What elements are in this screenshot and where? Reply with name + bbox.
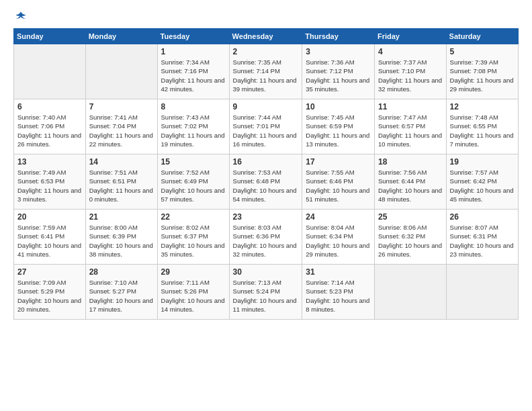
day-number: 15 <box>161 157 226 167</box>
calendar-cell: 5Sunrise: 7:39 AM Sunset: 7:08 PM Daylig… <box>446 44 518 99</box>
day-header-sunday: Sunday <box>14 29 86 44</box>
day-number: 24 <box>306 212 371 222</box>
day-number: 14 <box>89 157 154 167</box>
day-info: Sunrise: 7:59 AM Sunset: 6:41 PM Dayligh… <box>17 223 82 259</box>
day-info: Sunrise: 7:13 AM Sunset: 5:24 PM Dayligh… <box>233 278 299 314</box>
day-info: Sunrise: 7:39 AM Sunset: 7:08 PM Dayligh… <box>450 58 515 93</box>
day-info: Sunrise: 7:45 AM Sunset: 6:59 PM Dayligh… <box>306 113 371 148</box>
calendar-cell <box>446 265 518 320</box>
calendar-cell <box>85 44 157 99</box>
day-info: Sunrise: 7:14 AM Sunset: 5:23 PM Dayligh… <box>306 278 371 314</box>
day-header-monday: Monday <box>85 29 157 44</box>
day-number: 9 <box>233 102 299 111</box>
day-number: 16 <box>233 157 299 167</box>
day-number: 19 <box>450 157 515 167</box>
day-header-wednesday: Wednesday <box>229 29 302 44</box>
day-info: Sunrise: 7:47 AM Sunset: 6:57 PM Dayligh… <box>378 113 443 148</box>
calendar-cell: 3Sunrise: 7:36 AM Sunset: 7:12 PM Daylig… <box>302 44 375 99</box>
day-number: 11 <box>378 102 443 111</box>
day-number: 25 <box>378 212 443 222</box>
day-info: Sunrise: 7:44 AM Sunset: 7:01 PM Dayligh… <box>233 113 299 148</box>
calendar-cell: 13Sunrise: 7:49 AM Sunset: 6:53 PM Dayli… <box>14 154 86 210</box>
calendar-cell: 30Sunrise: 7:13 AM Sunset: 5:24 PM Dayli… <box>229 265 302 320</box>
day-info: Sunrise: 7:43 AM Sunset: 7:02 PM Dayligh… <box>161 113 226 148</box>
calendar-cell: 8Sunrise: 7:43 AM Sunset: 7:02 PM Daylig… <box>157 99 229 154</box>
calendar-cell: 29Sunrise: 7:11 AM Sunset: 5:26 PM Dayli… <box>157 265 229 320</box>
calendar-cell: 19Sunrise: 7:57 AM Sunset: 6:42 PM Dayli… <box>446 154 518 210</box>
calendar-cell: 6Sunrise: 7:40 AM Sunset: 7:06 PM Daylig… <box>14 99 86 154</box>
calendar-cell: 17Sunrise: 7:55 AM Sunset: 6:46 PM Dayli… <box>302 154 375 210</box>
day-info: Sunrise: 7:55 AM Sunset: 6:46 PM Dayligh… <box>306 168 371 203</box>
day-info: Sunrise: 7:49 AM Sunset: 6:53 PM Dayligh… <box>17 168 82 203</box>
day-number: 22 <box>161 212 226 222</box>
calendar-cell: 22Sunrise: 8:02 AM Sunset: 6:37 PM Dayli… <box>157 210 229 265</box>
day-info: Sunrise: 7:51 AM Sunset: 6:51 PM Dayligh… <box>89 168 154 203</box>
day-header-tuesday: Tuesday <box>157 29 229 44</box>
calendar-cell: 28Sunrise: 7:10 AM Sunset: 5:27 PM Dayli… <box>85 265 157 320</box>
day-info: Sunrise: 7:09 AM Sunset: 5:29 PM Dayligh… <box>17 278 82 314</box>
calendar-week-row: 20Sunrise: 7:59 AM Sunset: 6:41 PM Dayli… <box>14 210 519 265</box>
calendar-cell: 15Sunrise: 7:52 AM Sunset: 6:49 PM Dayli… <box>157 154 229 210</box>
day-number: 8 <box>161 102 226 111</box>
day-info: Sunrise: 8:03 AM Sunset: 6:36 PM Dayligh… <box>233 223 299 259</box>
calendar-cell: 7Sunrise: 7:41 AM Sunset: 7:04 PM Daylig… <box>85 99 157 154</box>
logo <box>13 11 27 23</box>
calendar-cell: 27Sunrise: 7:09 AM Sunset: 5:29 PM Dayli… <box>14 265 86 320</box>
day-info: Sunrise: 8:06 AM Sunset: 6:32 PM Dayligh… <box>378 223 443 259</box>
calendar-cell <box>374 265 446 320</box>
day-number: 5 <box>450 47 515 56</box>
day-number: 7 <box>89 102 154 111</box>
day-number: 17 <box>306 157 371 167</box>
day-info: Sunrise: 7:35 AM Sunset: 7:14 PM Dayligh… <box>233 58 299 93</box>
day-number: 31 <box>306 267 371 277</box>
calendar-cell: 9Sunrise: 7:44 AM Sunset: 7:01 PM Daylig… <box>229 99 302 154</box>
day-info: Sunrise: 7:48 AM Sunset: 6:55 PM Dayligh… <box>450 113 515 148</box>
calendar-cell: 1Sunrise: 7:34 AM Sunset: 7:16 PM Daylig… <box>157 44 229 99</box>
day-number: 12 <box>450 102 515 111</box>
day-number: 13 <box>17 157 82 167</box>
day-info: Sunrise: 7:37 AM Sunset: 7:10 PM Dayligh… <box>378 58 443 93</box>
calendar-cell: 31Sunrise: 7:14 AM Sunset: 5:23 PM Dayli… <box>302 265 375 320</box>
calendar-table: SundayMondayTuesdayWednesdayThursdayFrid… <box>13 28 519 320</box>
calendar-week-row: 27Sunrise: 7:09 AM Sunset: 5:29 PM Dayli… <box>14 265 519 320</box>
calendar-cell: 16Sunrise: 7:53 AM Sunset: 6:48 PM Dayli… <box>229 154 302 210</box>
calendar-cell: 11Sunrise: 7:47 AM Sunset: 6:57 PM Dayli… <box>374 99 446 154</box>
day-number: 1 <box>161 47 226 56</box>
day-number: 26 <box>450 212 515 222</box>
calendar-week-row: 13Sunrise: 7:49 AM Sunset: 6:53 PM Dayli… <box>14 154 519 210</box>
page: SundayMondayTuesdayWednesdayThursdayFrid… <box>0 0 532 326</box>
day-header-thursday: Thursday <box>302 29 375 44</box>
day-number: 4 <box>378 47 443 56</box>
calendar-cell: 26Sunrise: 8:07 AM Sunset: 6:31 PM Dayli… <box>446 210 518 265</box>
calendar-week-row: 6Sunrise: 7:40 AM Sunset: 7:06 PM Daylig… <box>14 99 519 154</box>
day-info: Sunrise: 7:40 AM Sunset: 7:06 PM Dayligh… <box>17 113 82 148</box>
day-info: Sunrise: 7:10 AM Sunset: 5:27 PM Dayligh… <box>89 278 154 314</box>
calendar-cell: 2Sunrise: 7:35 AM Sunset: 7:14 PM Daylig… <box>229 44 302 99</box>
day-number: 20 <box>17 212 82 222</box>
day-info: Sunrise: 7:41 AM Sunset: 7:04 PM Dayligh… <box>89 113 154 148</box>
day-number: 2 <box>233 47 299 56</box>
day-info: Sunrise: 8:04 AM Sunset: 6:34 PM Dayligh… <box>306 223 371 259</box>
calendar-cell: 10Sunrise: 7:45 AM Sunset: 6:59 PM Dayli… <box>302 99 375 154</box>
calendar-cell: 12Sunrise: 7:48 AM Sunset: 6:55 PM Dayli… <box>446 99 518 154</box>
day-info: Sunrise: 8:07 AM Sunset: 6:31 PM Dayligh… <box>450 223 515 259</box>
calendar-cell: 23Sunrise: 8:03 AM Sunset: 6:36 PM Dayli… <box>229 210 302 265</box>
day-info: Sunrise: 8:02 AM Sunset: 6:37 PM Dayligh… <box>161 223 226 259</box>
day-number: 18 <box>378 157 443 167</box>
calendar-cell: 20Sunrise: 7:59 AM Sunset: 6:41 PM Dayli… <box>14 210 86 265</box>
day-info: Sunrise: 8:00 AM Sunset: 6:39 PM Dayligh… <box>89 223 154 259</box>
calendar-cell <box>14 44 86 99</box>
calendar-cell: 4Sunrise: 7:37 AM Sunset: 7:10 PM Daylig… <box>374 44 446 99</box>
day-number: 27 <box>17 267 82 277</box>
day-info: Sunrise: 7:11 AM Sunset: 5:26 PM Dayligh… <box>161 278 226 314</box>
day-info: Sunrise: 7:34 AM Sunset: 7:16 PM Dayligh… <box>161 58 226 93</box>
day-header-saturday: Saturday <box>446 29 518 44</box>
calendar-cell: 25Sunrise: 8:06 AM Sunset: 6:32 PM Dayli… <box>374 210 446 265</box>
calendar-week-row: 1Sunrise: 7:34 AM Sunset: 7:16 PM Daylig… <box>14 44 519 99</box>
day-info: Sunrise: 7:56 AM Sunset: 6:44 PM Dayligh… <box>378 168 443 203</box>
calendar-cell: 14Sunrise: 7:51 AM Sunset: 6:51 PM Dayli… <box>85 154 157 210</box>
day-info: Sunrise: 7:57 AM Sunset: 6:42 PM Dayligh… <box>450 168 515 203</box>
calendar-cell: 21Sunrise: 8:00 AM Sunset: 6:39 PM Dayli… <box>85 210 157 265</box>
header <box>13 11 519 23</box>
day-number: 3 <box>306 47 371 56</box>
